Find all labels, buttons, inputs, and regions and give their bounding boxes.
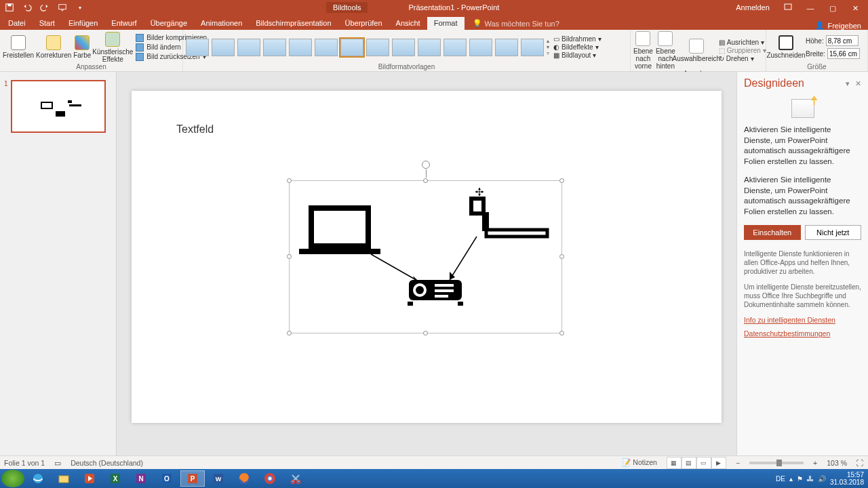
taskbar-outlook-icon[interactable]: O (155, 470, 179, 487)
qat-more-icon[interactable]: ▾ (75, 2, 85, 13)
undo-icon[interactable] (22, 2, 33, 13)
slide-editor[interactable]: Textfeld (117, 72, 736, 455)
pane-small-1: Intelligente Dienste funktionieren in al… (744, 249, 861, 276)
ausrichten-button[interactable]: ▤ Ausrichten ▾ (717, 39, 768, 46)
pane-options-icon[interactable]: ▾ (846, 79, 850, 88)
tab-einfuegen[interactable]: Einfügen (62, 17, 104, 30)
picture-styles-gallery[interactable]: ▴▾▿ (186, 38, 549, 56)
einschalten-button[interactable]: Einschalten (744, 225, 801, 240)
tab-ueberpruefen[interactable]: Überprüfen (338, 17, 389, 30)
tab-entwurf[interactable]: Entwurf (104, 17, 143, 30)
pane-title: Designideen (744, 77, 804, 89)
svg-line-17 (371, 254, 418, 281)
auswahlbereich-button[interactable]: Auswahlbereich (678, 39, 715, 62)
height-input[interactable] (826, 35, 859, 46)
svg-rect-12 (435, 284, 454, 287)
view-slideshow-icon[interactable]: ▶ (711, 457, 726, 469)
taskbar-media-icon[interactable] (77, 470, 102, 487)
tab-animationen[interactable]: Animationen (194, 17, 249, 30)
maximize-icon[interactable]: ▢ (823, 1, 843, 16)
ebene-vorne-button[interactable]: Ebene nach vorne (633, 31, 653, 70)
freistellen-button[interactable]: Freistellen (3, 35, 34, 59)
title-bar: ▾ Bildtools Präsentation1 - PowerPoint A… (0, 0, 868, 15)
minimize-icon[interactable]: — (800, 1, 821, 16)
taskbar: X N O P W DE ▴ ⚑ 🖧 🔊 15:57 31.03.2018 (0, 469, 868, 488)
close-icon[interactable]: ✕ (845, 1, 865, 16)
status-spellcheck-icon[interactable]: ▭ (54, 459, 61, 467)
link-datenschutz[interactable]: Datenschutzbestimmungen (744, 329, 861, 338)
korrekturen-button[interactable]: Korrekturen (37, 35, 71, 59)
svg-line-19 (450, 237, 477, 280)
effekte-button[interactable]: Künstlerische Effekte (94, 32, 132, 63)
start-button[interactable] (1, 470, 24, 487)
taskbar-firefox-icon[interactable] (232, 470, 256, 487)
width-label: Breite: (806, 50, 825, 58)
view-normal-icon[interactable]: ▦ (667, 457, 682, 469)
tray-vol-icon[interactable]: 🔊 (818, 475, 826, 483)
system-tray[interactable]: DE ▴ ⚑ 🖧 🔊 15:57 31.03.2018 (776, 471, 867, 486)
tab-uebergaenge[interactable]: Übergänge (144, 17, 194, 30)
zoom-value[interactable]: 103 % (827, 459, 847, 467)
svg-rect-1 (7, 4, 11, 7)
tray-up-icon[interactable]: ▴ (789, 475, 793, 483)
save-icon[interactable] (4, 2, 15, 13)
lightning-slide-icon (791, 99, 814, 118)
taskbar-chrome-icon[interactable] (258, 470, 282, 487)
status-notes[interactable]: 📝 Notizen (622, 458, 657, 467)
tab-datei[interactable]: Datei (1, 17, 33, 30)
tray-date[interactable]: 31.03.2018 (830, 479, 864, 486)
svg-text:N: N (138, 475, 143, 483)
svg-rect-8 (486, 230, 547, 237)
bildlayout-button[interactable]: ▦ Bildlayout ▾ (552, 52, 603, 59)
svg-rect-13 (435, 289, 454, 292)
taskbar-ie-icon[interactable] (26, 470, 50, 487)
document-title: Präsentation1 - PowerPoint (408, 3, 499, 12)
slide-canvas[interactable]: Textfeld (132, 91, 722, 423)
tab-start[interactable]: Start (33, 17, 62, 30)
pane-close-icon[interactable]: ✕ (855, 79, 861, 88)
taskbar-onenote-icon[interactable]: N (129, 470, 153, 487)
taskbar-word-icon[interactable]: W (206, 470, 231, 487)
slide-text-textfeld[interactable]: Textfeld (176, 123, 214, 136)
tray-network-icon[interactable]: 🖧 (807, 475, 814, 483)
tab-bildschirmpraesentation[interactable]: Bildschirmpräsentation (249, 17, 338, 30)
farbe-button[interactable]: Farbe (73, 35, 91, 59)
view-sorter-icon[interactable]: ▤ (682, 457, 696, 469)
link-info[interactable]: Info zu intelligenten Diensten (744, 316, 861, 324)
svg-point-21 (33, 474, 43, 483)
svg-rect-3 (785, 4, 791, 9)
taskbar-excel-icon[interactable]: X (103, 470, 127, 487)
zoom-out-icon[interactable]: − (736, 459, 740, 467)
nicht-jetzt-button[interactable]: Nicht jetzt (805, 225, 862, 240)
zuschneiden-button[interactable]: Zuschneiden (769, 35, 803, 59)
taskbar-explorer-icon[interactable] (52, 470, 76, 487)
tray-time[interactable]: 15:57 (847, 471, 864, 479)
redo-icon[interactable] (39, 2, 50, 13)
selected-picture[interactable] (289, 180, 562, 333)
tell-me-search[interactable]: 💡 Was möchten Sie tun? (467, 17, 565, 30)
slideshow-icon[interactable] (57, 2, 68, 13)
bildrahmen-button[interactable]: ▭ Bildrahmen ▾ (552, 35, 603, 43)
taskbar-snipping-icon[interactable] (283, 470, 308, 487)
slide-thumbnails: 1 (0, 72, 117, 455)
tray-lang[interactable]: DE (776, 475, 785, 483)
rotation-handle[interactable] (422, 161, 430, 169)
drehen-button[interactable]: ↻ Drehen ▾ (717, 55, 768, 62)
view-reading-icon[interactable]: ▭ (696, 457, 711, 469)
zoom-in-icon[interactable]: + (813, 459, 817, 467)
width-input[interactable] (827, 48, 860, 59)
taskbar-powerpoint-icon[interactable]: P (180, 470, 205, 487)
tab-format[interactable]: Format (427, 17, 465, 30)
tab-ansicht[interactable]: Ansicht (389, 17, 427, 30)
share-button[interactable]: 👤 Freigeben (815, 21, 868, 30)
ebene-hinten-button[interactable]: Ebene nach hinten (656, 31, 675, 70)
zoom-slider[interactable] (749, 462, 804, 464)
tray-flag-icon[interactable]: ⚑ (797, 475, 803, 483)
svg-rect-16 (458, 302, 463, 306)
status-language[interactable]: Deutsch (Deutschland) (71, 459, 143, 467)
fit-window-icon[interactable]: ⛶ (856, 459, 864, 467)
ribbon-display-icon[interactable] (778, 0, 798, 14)
signin-link[interactable]: Anmelden (736, 3, 770, 12)
bildeffekte-button[interactable]: ◐ Bildeffekte ▾ (552, 43, 603, 51)
slide-thumbnail-1[interactable] (11, 80, 106, 133)
